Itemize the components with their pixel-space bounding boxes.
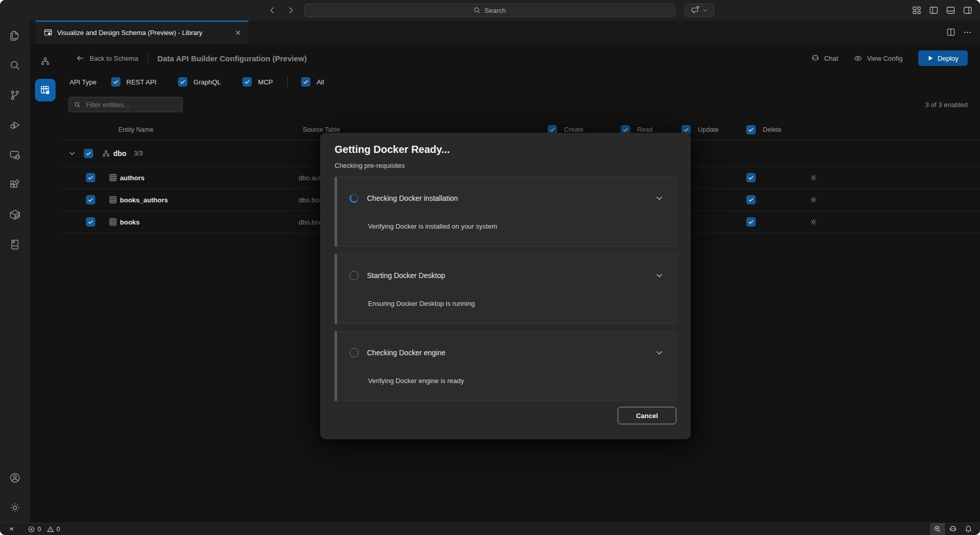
col-entity-name: Entity Name — [118, 126, 153, 133]
page-title: Data API Builder Configuration (Preview) — [157, 54, 307, 63]
back-to-schema-button[interactable]: Back to Schema — [76, 54, 138, 62]
back-arrow-icon[interactable] — [268, 6, 277, 15]
view-config-button[interactable]: View Config — [853, 54, 902, 63]
notifications-bell-icon[interactable] — [961, 523, 976, 535]
group-count: 3/3 — [134, 150, 143, 157]
row-settings-gear-icon[interactable] — [809, 174, 818, 182]
play-icon — [927, 55, 934, 61]
step-title: Checking Docker engine — [367, 349, 446, 357]
toggle-primary-sidebar-icon[interactable] — [929, 5, 939, 15]
history-navigation — [268, 0, 295, 21]
delete-checkbox[interactable] — [746, 173, 756, 182]
title-bar: Search — [0, 0, 980, 21]
table-grid-icon — [109, 174, 117, 182]
pending-circle-icon — [349, 271, 359, 280]
arrow-left-icon — [76, 54, 84, 62]
step-accent-bar — [335, 331, 337, 401]
step-card-docker-desktop: Starting Docker Desktop Ensuring Docker … — [335, 254, 676, 324]
group-checkbox[interactable] — [84, 149, 93, 158]
step-accent-bar — [335, 177, 337, 247]
chevron-down-icon[interactable] — [655, 349, 663, 357]
step-title: Checking Docker installation — [367, 194, 458, 202]
tab-visualize-design-schema[interactable]: Visualize and Design Schema (Preview) - … — [36, 21, 249, 44]
remote-indicator-icon[interactable] — [4, 523, 19, 535]
command-center-search[interactable]: Search — [304, 4, 675, 17]
row-settings-gear-icon[interactable] — [809, 218, 818, 227]
rest-api-checkbox[interactable] — [111, 77, 120, 87]
step-title: Starting Docker Desktop — [367, 271, 445, 280]
row-checkbox[interactable] — [86, 173, 95, 182]
docker-ready-dialog: Getting Docker Ready... Checking pre-req… — [320, 133, 691, 439]
explorer-icon[interactable] — [0, 21, 30, 50]
forward-arrow-icon[interactable] — [286, 6, 295, 15]
table-grid-icon — [109, 218, 117, 226]
graphql-checkbox[interactable] — [178, 77, 187, 87]
mcp-label: MCP — [258, 78, 273, 86]
entity-name: books_authors — [120, 196, 168, 204]
containers-icon[interactable] — [0, 200, 30, 230]
error-count: 0 — [38, 526, 41, 533]
error-icon — [28, 526, 35, 533]
search-view-icon[interactable] — [0, 50, 30, 80]
api-option-mcp[interactable]: MCP — [242, 77, 273, 87]
api-option-all[interactable]: All — [301, 77, 324, 87]
source-control-icon[interactable] — [0, 80, 30, 110]
row-checkbox[interactable] — [86, 195, 95, 204]
entity-name: authors — [120, 174, 145, 182]
toggle-secondary-sidebar-icon[interactable] — [962, 5, 973, 15]
remote-explorer-icon[interactable] — [0, 140, 30, 170]
dialog-footer: Cancel — [335, 407, 676, 424]
mcp-checkbox[interactable] — [242, 77, 252, 87]
view-config-label: View Config — [867, 55, 902, 62]
row-checkbox[interactable] — [86, 217, 95, 227]
api-option-graphql[interactable]: GraphQL — [178, 77, 221, 87]
group-name: dbo — [113, 149, 127, 158]
settings-gear-icon[interactable] — [0, 493, 30, 523]
account-icon[interactable] — [0, 463, 30, 493]
database-projects-icon[interactable] — [0, 230, 30, 260]
chat-button[interactable]: Chat — [811, 54, 838, 63]
step-header: Checking Docker installation — [349, 194, 663, 203]
col-delete-label: Delete — [763, 126, 781, 133]
all-checkbox[interactable] — [301, 77, 310, 87]
api-options-divider — [287, 76, 288, 88]
step-card-docker-installation: Checking Docker installation Verifying D… — [335, 177, 676, 247]
step-description: Verifying Docker engine is ready — [368, 377, 464, 385]
delete-checkbox[interactable] — [746, 195, 756, 204]
close-tab-icon[interactable] — [233, 28, 242, 38]
extensions-icon[interactable] — [0, 170, 30, 200]
chevron-down-icon[interactable] — [655, 194, 663, 202]
more-actions-icon[interactable] — [964, 28, 972, 37]
split-editor-icon[interactable] — [947, 28, 955, 37]
row-settings-gear-icon[interactable] — [809, 196, 818, 204]
api-option-rest[interactable]: REST API — [111, 77, 156, 87]
dialog-subtitle: Checking pre-requisites — [335, 162, 676, 169]
schema-designer-tab-icon — [44, 28, 52, 37]
entity-name: books — [120, 218, 139, 226]
cancel-button[interactable]: Cancel — [618, 407, 676, 424]
step-header: Checking Docker engine — [349, 348, 663, 357]
copilot-icon — [811, 54, 820, 63]
problems-indicator[interactable]: 0 0 — [24, 523, 63, 535]
toggle-panel-icon[interactable] — [946, 5, 956, 15]
deploy-label: Deploy — [938, 55, 958, 62]
zoom-indicator-icon[interactable] — [930, 523, 945, 535]
filter-entities-input[interactable] — [85, 100, 178, 109]
enabled-count: 3 of 3 enabled — [925, 101, 968, 109]
run-debug-icon[interactable] — [0, 110, 30, 140]
chevron-down-icon[interactable] — [655, 271, 663, 280]
col-delete-checkbox[interactable] — [746, 125, 756, 134]
delete-checkbox[interactable] — [746, 217, 756, 227]
step-description: Verifying Docker is installed on your sy… — [368, 222, 497, 230]
status-bar-right — [930, 523, 980, 535]
collapse-chevron-icon[interactable] — [68, 150, 76, 157]
copilot-status-icon[interactable] — [945, 523, 961, 535]
step-card-docker-engine: Checking Docker engine Verifying Docker … — [335, 331, 676, 401]
customize-layout-icon[interactable] — [912, 5, 922, 15]
deploy-button[interactable]: Deploy — [918, 50, 968, 66]
copilot-menu-button[interactable] — [685, 4, 714, 17]
activity-bar — [0, 21, 30, 523]
search-icon — [474, 7, 481, 14]
filter-search-icon — [74, 101, 81, 108]
status-bar: 0 0 — [0, 523, 980, 535]
